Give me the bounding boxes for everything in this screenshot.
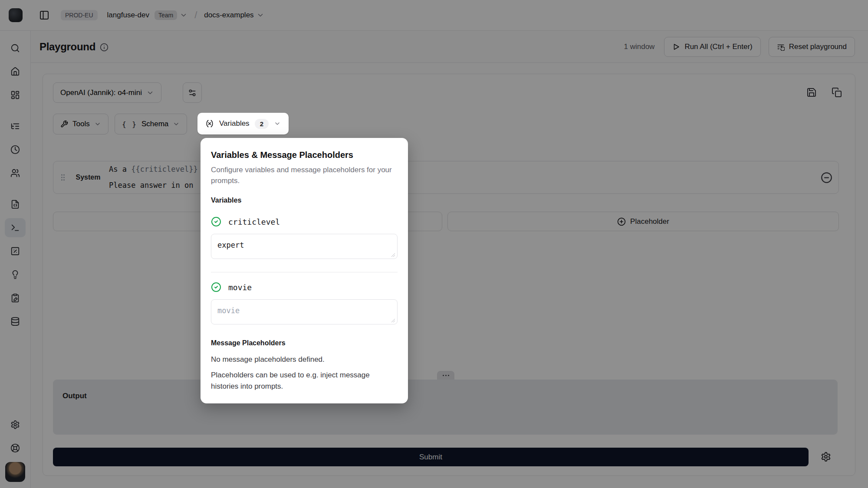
placeholders-hint-text: Placeholders can be used to e.g. inject … [211,370,398,392]
variables-popover: Variables & Message Placeholders Configu… [201,138,408,403]
variables-dropdown[interactable]: Variables 2 [197,113,289,134]
variables-heading: Variables [211,197,398,204]
variables-label: Variables [219,119,250,128]
variable-name: movie [228,283,252,292]
divider [211,272,398,272]
check-circle-icon [211,282,221,292]
variable-name: criticlevel [228,217,280,226]
variables-count-badge: 2 [255,119,269,129]
placeholders-empty-text: No message placeholders defined. [211,354,398,365]
popover-description: Configure variables and message placehol… [211,164,398,186]
dim-overlay [0,0,868,488]
check-circle-icon [211,216,221,227]
placeholders-heading: Message Placeholders [211,339,398,347]
variable-icon [205,119,214,128]
variable-row: movie [211,282,398,292]
variable-value-input[interactable] [211,299,398,324]
variable-row: criticlevel [211,216,398,227]
chevron-down-icon [274,120,281,127]
popover-title: Variables & Message Placeholders [211,150,398,160]
variable-value-input[interactable]: expert [211,234,398,259]
